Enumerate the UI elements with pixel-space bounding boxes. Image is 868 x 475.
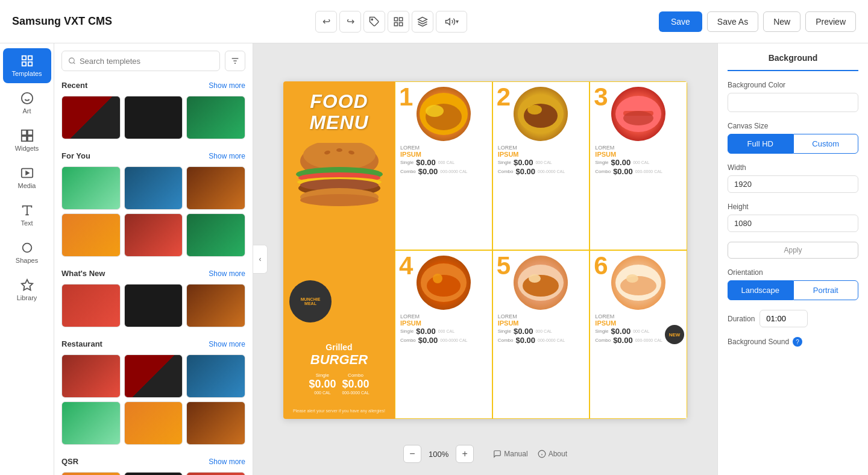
full-hd-button[interactable]: Full HD [728, 134, 793, 154]
template-thumb[interactable] [124, 284, 183, 327]
grid-button[interactable] [388, 11, 409, 33]
template-thumb[interactable] [186, 96, 245, 139]
apply-button[interactable]: Apply [728, 242, 858, 259]
menu-item-3[interactable]: 3 LOREM IPSUM Single $0.00 000 CAL Combo… [590, 81, 687, 250]
section-foryou-show-more[interactable]: Show more [209, 152, 245, 160]
search-input-wrap[interactable] [61, 51, 220, 71]
about-link[interactable]: About [538, 450, 567, 458]
save-as-button[interactable]: Save As [707, 11, 758, 32]
section-foryou-header: For You Show more [61, 151, 245, 160]
portrait-button[interactable]: Portrait [793, 280, 859, 300]
height-input[interactable] [728, 215, 858, 232]
food-circle-6 [611, 256, 665, 310]
template-thumb[interactable] [186, 213, 245, 257]
template-thumb[interactable] [61, 166, 121, 210]
svg-rect-8 [28, 56, 31, 60]
sound-button[interactable]: ▾ [436, 11, 467, 33]
sidebar-item-art[interactable]: Art [3, 86, 51, 121]
layers-button[interactable] [412, 11, 433, 33]
redo-button[interactable]: ↪ [339, 11, 361, 33]
about-label: About [549, 450, 567, 458]
template-thumb[interactable] [186, 284, 245, 327]
template-thumb[interactable] [124, 96, 183, 139]
height-label: Height [728, 203, 858, 211]
search-input[interactable] [80, 57, 213, 66]
menu-item-1[interactable]: 1 LOREM IPSUM Single $0.00 000 CAL Combo… [395, 81, 492, 250]
canvas-bottom-bar: − 100% + Manual About [403, 445, 567, 463]
svg-rect-4 [395, 22, 398, 25]
template-thumb[interactable] [186, 472, 245, 475]
zoom-in-button[interactable]: + [456, 445, 474, 463]
section-whatsnew-title: What's New [61, 269, 105, 278]
sidebar-item-templates[interactable]: Templates [3, 48, 51, 83]
manual-link[interactable]: Manual [493, 450, 527, 458]
allergen-text: Please alert your server if you have any… [283, 409, 395, 413]
width-input[interactable] [728, 175, 858, 193]
sidebar-item-widgets[interactable]: Widgets [3, 123, 51, 158]
menu-item-5[interactable]: 5 LOREM IPSUM Single $0.00 000 CAL Combo… [492, 250, 590, 419]
food-circle-5 [514, 256, 568, 310]
background-sound-label: Background Sound [728, 338, 789, 346]
sidebar-item-media[interactable]: Media [3, 160, 51, 195]
sidebar-item-text[interactable]: Text [3, 198, 51, 233]
search-icon [68, 57, 76, 65]
duration-input[interactable] [760, 310, 808, 327]
template-thumb[interactable] [124, 472, 183, 475]
background-color-label: Background Color [728, 81, 858, 89]
filter-button[interactable] [225, 51, 245, 71]
canvas-wrap[interactable]: FOOD MENU [283, 81, 687, 419]
filter-icon [230, 56, 240, 66]
menu-item-4[interactable]: 4 LOREM IPSUM Single $0.00 000 CAL Combo… [395, 250, 492, 419]
menu-item-6[interactable]: 6 LOREM IPSUM Single $0.00 000 CAL Combo… [590, 250, 687, 419]
svg-point-56 [620, 276, 656, 295]
help-icon[interactable]: ? [793, 337, 802, 347]
template-thumb[interactable] [61, 354, 121, 398]
munchie-badge: MUNCHIE MEAL [289, 280, 332, 322]
zoom-level: 100% [429, 450, 448, 459]
manual-icon [493, 450, 502, 458]
undo-button[interactable]: ↩ [315, 11, 337, 33]
tag-button[interactable] [363, 11, 385, 33]
template-thumb[interactable] [186, 354, 245, 398]
section-qsr-title: QSR [61, 457, 78, 466]
template-thumb[interactable] [61, 472, 121, 475]
template-thumb[interactable] [124, 354, 183, 398]
sidebar-item-widgets-label: Widgets [15, 145, 39, 152]
template-thumb[interactable] [124, 166, 183, 210]
template-grid-qsr [61, 472, 245, 475]
new-button[interactable]: New [763, 11, 800, 32]
preview-button[interactable]: Preview [805, 11, 856, 32]
custom-button[interactable]: Custom [793, 134, 859, 154]
template-grid-whatsnew [61, 284, 245, 327]
topbar: Samsung VXT CMS ↩ ↪ ▾ Save Save As New P… [0, 0, 868, 43]
section-restaurant-show-more[interactable]: Show more [209, 340, 245, 348]
template-thumb[interactable] [186, 401, 245, 445]
sidebar-item-shapes[interactable]: Shapes [3, 235, 51, 270]
zoom-out-button[interactable]: − [403, 445, 421, 463]
template-thumb[interactable] [61, 213, 121, 257]
template-thumb[interactable] [61, 96, 121, 139]
section-qsr-show-more[interactable]: Show more [209, 458, 245, 466]
svg-line-24 [74, 63, 75, 64]
menu-item-2[interactable]: 2 LOREM IPSUM Single $0.00 000 CAL Combo… [492, 81, 590, 250]
section-recent-show-more[interactable]: Show more [209, 81, 245, 90]
template-thumb[interactable] [124, 213, 183, 257]
sidebar-item-library[interactable]: Library [3, 272, 51, 307]
sidebar-item-shapes-label: Shapes [16, 257, 38, 264]
price-single: Single $0.00 000 CAL [309, 373, 336, 395]
section-foryou-title: For You [61, 151, 90, 160]
section-whatsnew-show-more[interactable]: Show more [209, 269, 245, 278]
template-thumb[interactable] [186, 166, 245, 210]
template-thumb[interactable] [61, 284, 121, 327]
canvas-toggle-button[interactable]: ‹ [253, 245, 268, 274]
section-restaurant-header: Restaurant Show more [61, 339, 245, 348]
right-panel: Background Background Color Canvas Size … [717, 43, 868, 475]
section-qsr-header: QSR Show more [61, 457, 245, 466]
landscape-button[interactable]: Landscape [728, 280, 793, 300]
template-thumb[interactable] [61, 401, 121, 445]
save-button[interactable]: Save [659, 11, 702, 32]
svg-rect-9 [28, 62, 31, 66]
background-color-picker[interactable] [728, 93, 858, 112]
grilled-burger-text: Grilled BURGER [283, 342, 395, 368]
template-thumb[interactable] [124, 401, 183, 445]
